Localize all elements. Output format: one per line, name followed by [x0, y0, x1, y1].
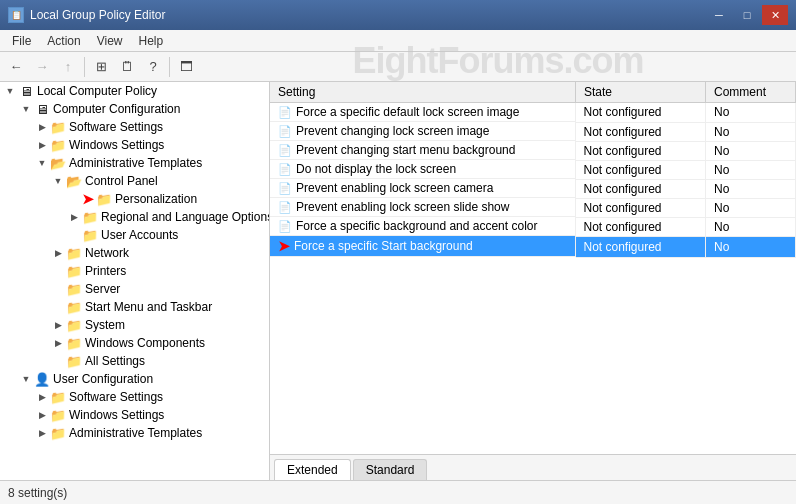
table-row[interactable]: 📄Force a specific default lock screen im… — [270, 103, 796, 123]
ws-cc-expander[interactable]: ▶ — [34, 137, 50, 153]
comment-cell: No — [706, 217, 796, 236]
folder-icon-ua: 📁 — [82, 227, 98, 243]
folder-icon-ss-uc: 📁 — [50, 389, 66, 405]
pers-label: Personalization — [115, 192, 197, 206]
wc-expander[interactable]: ▶ — [50, 335, 66, 351]
menu-view[interactable]: View — [89, 32, 131, 50]
new-window-button[interactable]: 🗖 — [174, 55, 198, 79]
tree-item-windows-components[interactable]: ▶ 📁 Windows Components — [0, 334, 269, 352]
at-uc-label: Administrative Templates — [69, 426, 202, 440]
ws-uc-expander[interactable]: ▶ — [34, 407, 50, 423]
col-comment: Comment — [706, 82, 796, 103]
up-button[interactable]: ↑ — [56, 55, 80, 79]
net-expander[interactable]: ▶ — [50, 245, 66, 261]
root-label[interactable]: Local Computer Policy — [37, 84, 157, 98]
folder-icon-ss-cc: 📁 — [50, 119, 66, 135]
properties-button[interactable]: 🗒 — [115, 55, 139, 79]
state-cell: Not configured — [576, 179, 706, 198]
close-button[interactable]: ✕ — [762, 5, 788, 25]
comment-cell: No — [706, 122, 796, 141]
tree-root: ▼ 🖥 Local Computer Policy — [0, 82, 269, 100]
ua-label: User Accounts — [101, 228, 178, 242]
cc-expander[interactable]: ▼ — [18, 101, 34, 117]
back-button[interactable]: ← — [4, 55, 28, 79]
table-row[interactable]: 📄Do not display the lock screenNot confi… — [270, 160, 796, 179]
rl-expander[interactable]: ▶ — [66, 209, 82, 225]
folder-icon-ws-cc: 📁 — [50, 137, 66, 153]
tree-item-admin-templates-cc[interactable]: ▼ 📂 Administrative Templates — [0, 154, 269, 172]
tab-standard[interactable]: Standard — [353, 459, 428, 480]
maximize-button[interactable]: □ — [734, 5, 760, 25]
print-label: Printers — [85, 264, 126, 278]
tree-item-regional-lang[interactable]: ▶ 📁 Regional and Language Options — [0, 208, 269, 226]
table-row[interactable]: 📄Force a specific background and accent … — [270, 217, 796, 236]
table-row[interactable]: ➤Force a specific Start backgroundNot co… — [270, 236, 796, 257]
tab-extended[interactable]: Extended — [274, 459, 351, 480]
sys-expander[interactable]: ▶ — [50, 317, 66, 333]
tree-item-admin-templates-uc[interactable]: ▶ 📁 Administrative Templates — [0, 424, 269, 442]
folder-icon-at-cc: 📂 — [50, 155, 66, 171]
ss-uc-expander[interactable]: ▶ — [34, 389, 50, 405]
tree-item-printers[interactable]: ▶ 📁 Printers — [0, 262, 269, 280]
at-uc-expander[interactable]: ▶ — [34, 425, 50, 441]
minimize-button[interactable]: ─ — [706, 5, 732, 25]
help-button[interactable]: ? — [141, 55, 165, 79]
root-expander[interactable]: ▼ — [2, 83, 18, 99]
tree-item-system[interactable]: ▶ 📁 System — [0, 316, 269, 334]
menu-bar: File Action View Help — [0, 30, 796, 52]
content-table: Setting State Comment 📄Force a specific … — [270, 82, 796, 454]
menu-file[interactable]: File — [4, 32, 39, 50]
menu-action[interactable]: Action — [39, 32, 88, 50]
setting-label: Do not display the lock screen — [296, 162, 456, 176]
state-cell: Not configured — [576, 198, 706, 217]
toolbar: ← → ↑ ⊞ 🗒 ? 🗖 — [0, 52, 796, 82]
folder-icon-wc: 📁 — [66, 335, 82, 351]
tree-item-personalization[interactable]: ▶ ➤ 📁 Personalization — [0, 190, 269, 208]
setting-label: Force a specific default lock screen ima… — [296, 105, 519, 119]
ss-cc-expander[interactable]: ▶ — [34, 119, 50, 135]
col-state: State — [576, 82, 706, 103]
uc-label: User Configuration — [53, 372, 153, 386]
cc-label: Computer Configuration — [53, 102, 180, 116]
table-row[interactable]: 📄Prevent changing start menu backgroundN… — [270, 141, 796, 160]
tree-item-user-config[interactable]: ▼ 👤 User Configuration — [0, 370, 269, 388]
table-row[interactable]: 📄Prevent enabling lock screen cameraNot … — [270, 179, 796, 198]
folder-icon-net: 📁 — [66, 245, 82, 261]
at-cc-expander[interactable]: ▼ — [34, 155, 50, 171]
tree-item-start-menu[interactable]: ▶ 📁 Start Menu and Taskbar — [0, 298, 269, 316]
tree-item-control-panel[interactable]: ▼ 📂 Control Panel — [0, 172, 269, 190]
tree-item-software-settings-uc[interactable]: ▶ 📁 Software Settings — [0, 388, 269, 406]
sys-label: System — [85, 318, 125, 332]
ws-cc-label: Windows Settings — [69, 138, 164, 152]
cp-expander[interactable]: ▼ — [50, 173, 66, 189]
col-setting: Setting — [270, 82, 576, 103]
folder-icon-cp: 📂 — [66, 173, 82, 189]
tree-item-server[interactable]: ▶ 📁 Server — [0, 280, 269, 298]
table-row[interactable]: 📄Prevent changing lock screen imageNot c… — [270, 122, 796, 141]
tree-item-network[interactable]: ▶ 📁 Network — [0, 244, 269, 262]
toolbar-separator-2 — [169, 57, 170, 77]
setting-cell: 📄Force a specific background and accent … — [270, 217, 576, 236]
show-hide-button[interactable]: ⊞ — [89, 55, 113, 79]
folder-icon-at-uc: 📁 — [50, 425, 66, 441]
tree-item-software-settings-cc[interactable]: ▶ 📁 Software Settings — [0, 118, 269, 136]
menu-help[interactable]: Help — [131, 32, 172, 50]
table-row[interactable]: 📄Prevent enabling lock screen slide show… — [270, 198, 796, 217]
ss-uc-label: Software Settings — [69, 390, 163, 404]
folder-icon-srv: 📁 — [66, 281, 82, 297]
tree-item-windows-settings-cc[interactable]: ▶ 📁 Windows Settings — [0, 136, 269, 154]
tree-item-windows-settings-uc[interactable]: ▶ 📁 Windows Settings — [0, 406, 269, 424]
tree-item-all-settings[interactable]: ▶ 📁 All Settings — [0, 352, 269, 370]
wc-label: Windows Components — [85, 336, 205, 350]
srv-label: Server — [85, 282, 120, 296]
setting-label: Force a specific Start background — [294, 239, 473, 253]
tree-item-computer-config[interactable]: ▼ 🖥 Computer Configuration — [0, 100, 269, 118]
forward-button[interactable]: → — [30, 55, 54, 79]
uc-expander[interactable]: ▼ — [18, 371, 34, 387]
toolbar-separator-1 — [84, 57, 85, 77]
net-label: Network — [85, 246, 129, 260]
setting-icon: 📄 — [278, 182, 292, 195]
tree-item-user-accounts[interactable]: ▶ 📁 User Accounts — [0, 226, 269, 244]
app-icon: 📋 — [8, 7, 24, 23]
state-cell: Not configured — [576, 103, 706, 123]
